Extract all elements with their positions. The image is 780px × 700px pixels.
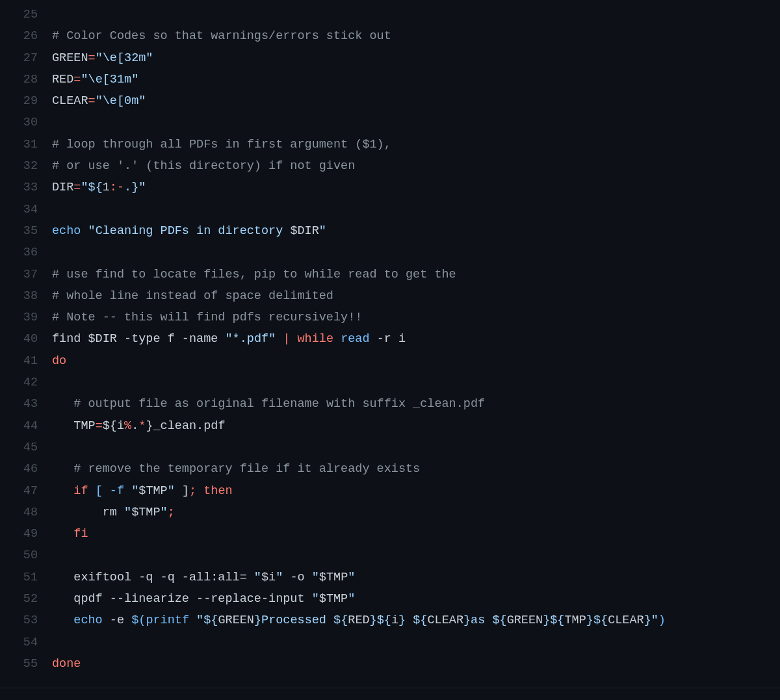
code-content	[52, 112, 780, 133]
code-line: 49 fi	[0, 523, 780, 545]
code-token: =	[96, 419, 103, 433]
code-token: %	[124, 419, 131, 433]
code-token: CLEAR	[52, 94, 88, 108]
code-line: 30	[0, 112, 780, 133]
code-token: "	[81, 181, 88, 194]
code-token: # output file as original filename with …	[73, 397, 485, 411]
code-content	[52, 632, 780, 653]
code-token: =	[73, 73, 81, 86]
code-content: qpdf --linearize --replace-input "$TMP"	[52, 588, 780, 610]
code-line: 25	[0, 4, 780, 25]
code-token: # remove the temporary file if it alread…	[73, 462, 420, 476]
line-number: 43	[0, 393, 52, 415]
code-content	[52, 545, 780, 566]
code-token: :-	[110, 181, 124, 194]
code-line: 29CLEAR="\e[0m"	[0, 90, 780, 112]
code-token: GREEN	[218, 614, 254, 627]
code-token: find	[52, 332, 88, 346]
code-token: "	[196, 614, 203, 627]
code-content: # loop through all PDFs in first argumen…	[52, 134, 780, 155]
code-token	[333, 332, 341, 346]
line-number: 25	[0, 4, 52, 25]
code-token: -o	[283, 571, 311, 584]
code-token: $TMP	[131, 506, 160, 519]
code-token: }	[586, 614, 593, 627]
code-token: DIR	[52, 181, 73, 194]
line-number: 42	[0, 372, 52, 393]
code-token: # or use '.' (this directory) if not giv…	[52, 159, 355, 173]
code-token: "	[276, 571, 283, 584]
code-line: 47 if [ -f "$TMP" ]; then	[0, 480, 780, 502]
code-token: }	[398, 614, 406, 627]
code-token: i	[117, 419, 124, 433]
code-line: 37# use find to locate files, pip to whi…	[0, 264, 780, 285]
line-number: 26	[0, 25, 52, 47]
code-token: echo	[52, 224, 81, 238]
line-number: 32	[0, 155, 52, 177]
code-line: 52 qpdf --linearize --replace-input "$TM…	[0, 588, 780, 610]
line-number: 27	[0, 47, 52, 69]
code-token: "	[131, 484, 138, 498]
code-token: as	[471, 614, 492, 627]
code-content: # Color Codes so that warnings/errors st…	[52, 25, 780, 47]
code-content	[52, 437, 780, 458]
code-token: }	[543, 614, 550, 627]
line-number: 55	[0, 653, 52, 675]
code-content	[52, 4, 780, 25]
code-token: }	[370, 614, 377, 627]
code-token: TMP	[73, 419, 95, 433]
code-line: 40find $DIR -type f -name "*.pdf" | whil…	[0, 328, 780, 350]
line-number: 39	[0, 307, 52, 328]
code-line: 46 # remove the temporary file if it alr…	[0, 458, 780, 480]
code-token: =	[73, 181, 81, 194]
line-number: 54	[0, 632, 52, 653]
code-token: RED	[348, 614, 369, 627]
code-token: ${	[413, 614, 427, 627]
code-token: TMP	[564, 614, 586, 627]
code-token	[81, 224, 88, 238]
code-content: # remove the temporary file if it alread…	[52, 458, 780, 480]
code-token	[52, 397, 73, 411]
bottom-divider	[0, 688, 780, 688]
code-line: 51 exiftool -q -q -all:all= "$i" -o "$TM…	[0, 567, 780, 588]
line-number: 46	[0, 458, 52, 480]
code-token: "	[312, 571, 319, 584]
code-token	[196, 484, 203, 498]
line-number: 31	[0, 134, 52, 155]
code-token	[103, 484, 110, 498]
code-token: "	[312, 592, 319, 606]
code-content: DIR="${1:-.}"	[52, 177, 780, 198]
code-line: 50	[0, 545, 780, 566]
code-token: echo	[73, 614, 102, 627]
code-token: $i	[261, 571, 276, 584]
line-number: 36	[0, 242, 52, 263]
code-content: find $DIR -type f -name "*.pdf" | while …	[52, 328, 780, 350]
code-token: "\e[31m"	[81, 73, 138, 86]
code-token: $TMP	[319, 571, 348, 584]
code-line: 35echo "Cleaning PDFs in directory $DIR"	[0, 220, 780, 242]
code-content	[52, 242, 780, 263]
code-token	[52, 484, 73, 498]
code-token: "	[319, 224, 326, 238]
code-token: )	[658, 614, 666, 627]
line-number: 52	[0, 588, 52, 610]
code-token: GREEN	[52, 51, 88, 65]
code-token: }	[644, 614, 651, 627]
code-token: if	[73, 484, 88, 498]
code-token: then	[203, 484, 232, 498]
code-token: read	[341, 332, 369, 346]
code-editor: 25 26# Color Codes so that warnings/erro…	[0, 0, 780, 684]
code-line: 43 # output file as original filename wi…	[0, 393, 780, 415]
code-token	[52, 527, 73, 541]
code-token: ${	[88, 181, 103, 194]
code-token: qpdf --linearize --replace-input	[52, 592, 312, 606]
code-content: GREEN="\e[32m"	[52, 47, 780, 69]
code-token: RED	[52, 73, 73, 86]
line-number: 28	[0, 69, 52, 90]
code-content	[52, 199, 780, 220]
code-token: exiftool -q -q -all:all=	[52, 571, 254, 584]
line-number: 34	[0, 199, 52, 220]
code-line: 33DIR="${1:-.}"	[0, 177, 780, 198]
line-number: 44	[0, 415, 52, 437]
line-number: 51	[0, 567, 52, 588]
